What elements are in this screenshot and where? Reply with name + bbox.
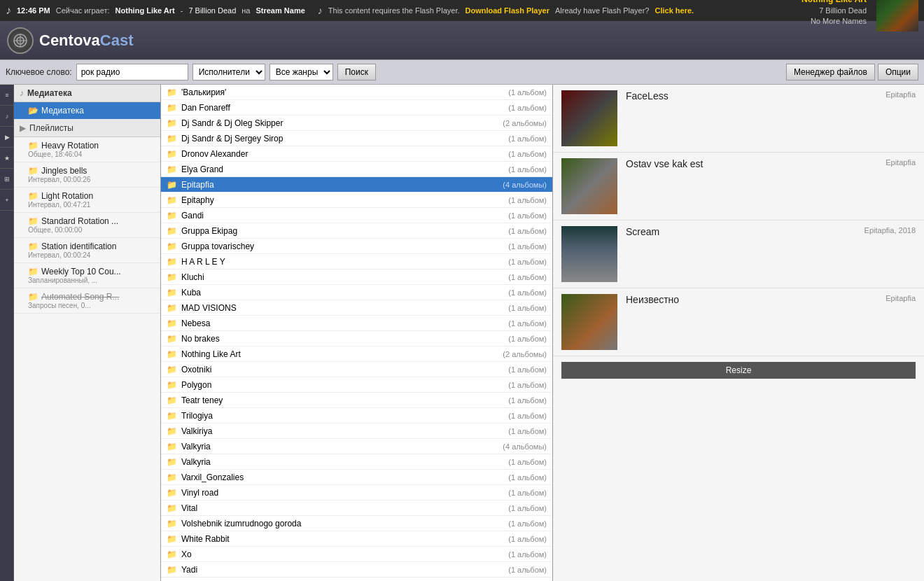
np-album: No More Names xyxy=(802,16,867,27)
download-flash-link[interactable]: Download Flash Player xyxy=(465,6,550,15)
artist-folder-icon: 📁 xyxy=(167,226,177,236)
artist-row-1[interactable]: 📁 Dan Fonareff (1 альбом) xyxy=(161,100,552,115)
artist-row-4[interactable]: 📁 Dronov Alexander (1 альбом) xyxy=(161,146,552,162)
artist-row-8[interactable]: 📁 Gandi (1 альбом) xyxy=(161,208,552,223)
nav-icon-6[interactable]: + xyxy=(0,190,14,211)
artist-row-25[interactable]: 📁 Varxil_Gonzalies (1 альбом) xyxy=(161,470,552,485)
album-entry-3[interactable]: Неизвестно Epitapfia xyxy=(553,288,924,356)
media-library-label: Медиатека xyxy=(27,88,72,98)
folder-icon: 📁 xyxy=(28,241,38,251)
artist-row-16[interactable]: 📁 No brakes (1 альбом) xyxy=(161,331,552,346)
artist-row-22[interactable]: 📁 Valkiriya (1 альбом) xyxy=(161,424,552,439)
playlist-item-0[interactable]: 📁 Heavy Rotation Общее, 18:46:04 xyxy=(14,137,160,162)
already-label: Already have Flash Player? xyxy=(555,6,650,15)
artist-row-21[interactable]: 📁 Trilogiya (1 альбом) xyxy=(161,408,552,424)
genre-select[interactable]: Все жанры xyxy=(270,64,333,80)
artist-row-26[interactable]: 📁 Vinyl road (1 альбом) xyxy=(161,485,552,500)
playlist-item-2[interactable]: 📁 Light Rotation Интервал, 00:47:21 xyxy=(14,188,160,213)
playlists-label: Плейлисты xyxy=(29,123,74,133)
artist-row-17[interactable]: 📁 Nothing Like Art (2 альбомы) xyxy=(161,346,552,362)
artist-row-20[interactable]: 📁 Teatr teney (1 альбом) xyxy=(161,393,552,408)
artist-row-31[interactable]: 📁 Yadi (1 альбом) xyxy=(161,562,552,578)
artist-row-27[interactable]: 📁 Vital (1 альбом) xyxy=(161,500,552,516)
artist-folder-icon: 📁 xyxy=(167,365,177,374)
artist-row-6[interactable]: 📁 Epitapfia (4 альбомы) xyxy=(161,177,552,192)
artist-row-23[interactable]: 📁 Valkyria (4 альбомы) xyxy=(161,439,552,454)
main-container: ≡ ♪ ▶ ★ ⊞ + ♪ Медиатека 📂 Медиатека xyxy=(0,85,924,581)
artist-row-2[interactable]: 📁 Dj Sandr & Dj Oleg Skipper (2 альбомы) xyxy=(161,115,552,131)
nav-icon-1[interactable]: ≡ xyxy=(0,85,14,106)
nav-icon-3[interactable]: ▶ xyxy=(0,127,14,148)
on-label: на xyxy=(241,6,250,15)
resize-button[interactable]: Resize xyxy=(561,362,916,379)
nav-icon-2[interactable]: ♪ xyxy=(0,106,14,127)
artist-row-19[interactable]: 📁 Polygon (1 альбом) xyxy=(161,377,552,393)
playlist-item-4[interactable]: 📁 Station identification Интервал, 00:00… xyxy=(14,238,160,263)
playlist-item-5[interactable]: 📁 Weekly Top 10 Cou... Запланированный, … xyxy=(14,263,160,288)
artist-row-7[interactable]: 📁 Epitaphy (1 альбом) xyxy=(161,192,552,208)
options-button[interactable]: Опции xyxy=(878,64,918,80)
album-entry-1[interactable]: Ostav vse kak est Epitapfia xyxy=(553,153,924,220)
artist-row-5[interactable]: 📁 Elya Grand (1 альбом) xyxy=(161,162,552,177)
logo: CentovaCast xyxy=(7,27,133,54)
artist-row-3[interactable]: 📁 Dj Sandr & Dj Sergey Sirop (1 альбом) xyxy=(161,131,552,146)
album-info-2: Scream Epitapfia, 2018 xyxy=(626,226,916,237)
artist-folder-icon: 📁 xyxy=(167,288,177,298)
side-icons: ≡ ♪ ▶ ★ ⊞ + xyxy=(0,85,14,581)
flash-message: This content requires the Flash Player. xyxy=(328,6,460,15)
current-artist: 7 Billion Dead xyxy=(188,6,236,15)
artist-folder-icon: 📁 xyxy=(167,457,177,467)
artist-row-29[interactable]: 📁 White Rabbit (1 альбом) xyxy=(161,531,552,547)
keyword-label: Ключевое слово: xyxy=(6,67,72,77)
artist-folder-icon: 📁 xyxy=(167,503,177,513)
playlist-item-3[interactable]: 📁 Standard Rotation ... Общее, 00:00:00 xyxy=(14,213,160,238)
artist-folder-icon: 📁 xyxy=(167,272,177,282)
right-panel: FaceLess Epitapfia Ostav vse kak est Epi… xyxy=(553,85,924,581)
artist-folder-icon: 📁 xyxy=(167,134,177,144)
now-playing-right: Nothing Like Art 7 Billion Dead No More … xyxy=(802,0,867,27)
artist-folder-icon: 📁 xyxy=(167,442,177,451)
artist-row-12[interactable]: 📁 Kluchi (1 альбом) xyxy=(161,270,552,285)
file-manager-button[interactable]: Менеджер файлов xyxy=(786,64,875,80)
search-input[interactable] xyxy=(76,64,188,80)
artist-row-14[interactable]: 📁 MAD VISIONS (1 альбом) xyxy=(161,300,552,316)
sidebar-item-media-library[interactable]: 📂 Медиатека xyxy=(14,102,160,120)
album-entry-0[interactable]: FaceLess Epitapfia xyxy=(553,85,924,153)
note-icon: ♪ xyxy=(318,5,323,16)
artist-folder-icon: 📁 xyxy=(167,88,177,97)
artist-row-13[interactable]: 📁 Kuba (1 альбом) xyxy=(161,285,552,300)
media-library-header[interactable]: ♪ Медиатека xyxy=(14,85,160,102)
nav-icon-4[interactable]: ★ xyxy=(0,148,14,169)
artist-row-28[interactable]: 📁 Volshebnik izumrudnogo goroda (1 альбо… xyxy=(161,516,552,531)
click-here-link[interactable]: Click here. xyxy=(654,6,694,15)
separator: - xyxy=(181,6,183,15)
artist-folder-icon: 📁 xyxy=(167,396,177,405)
search-button[interactable]: Поиск xyxy=(337,64,376,80)
artist-row-9[interactable]: 📁 Gruppa Ekipag (1 альбом) xyxy=(161,223,552,239)
artist-folder-icon: 📁 xyxy=(167,534,177,544)
artist-folder-icon: 📁 xyxy=(167,211,177,220)
album-entry-2[interactable]: Scream Epitapfia, 2018 xyxy=(553,220,924,288)
artist-row-10[interactable]: 📁 Gruppa tovarischey (1 альбом) xyxy=(161,239,552,254)
album-info-0: FaceLess Epitapfia xyxy=(626,90,916,102)
artist-row-30[interactable]: 📁 Xo (1 альбом) xyxy=(161,547,552,562)
artist-row-24[interactable]: 📁 Valkyria (1 альбом) xyxy=(161,454,552,470)
center-panel: 📁 'Валькирия' (1 альбом) 📁 Dan Fonareff … xyxy=(161,85,553,581)
artist-row-18[interactable]: 📁 Oxotniki (1 альбом) xyxy=(161,362,552,377)
folder-icon: 📁 xyxy=(28,292,38,302)
artist-row-0[interactable]: 📁 'Валькирия' (1 альбом) xyxy=(161,85,552,100)
header: CentovaCast xyxy=(0,21,924,59)
album-art-thumbnail xyxy=(876,0,918,31)
artist-row-15[interactable]: 📁 Nebesa (1 альбом) xyxy=(161,316,552,331)
performer-select[interactable]: Исполнители xyxy=(192,64,265,80)
media-library-active-label: Медиатека xyxy=(41,106,84,115)
playlist-item-6[interactable]: 📁 Automated Song R... Запросы песен, 0..… xyxy=(14,288,160,314)
playlists-header[interactable]: ▶ Плейлисты xyxy=(14,120,160,137)
nav-icon-5[interactable]: ⊞ xyxy=(0,169,14,190)
artist-row-11[interactable]: 📁 H A R L E Y (1 альбом) xyxy=(161,254,552,270)
artist-folder-icon: 📁 xyxy=(167,380,177,390)
playlist-item-1[interactable]: 📁 Jingles bells Интервал, 00:00:26 xyxy=(14,162,160,188)
left-panel: ≡ ♪ ▶ ★ ⊞ + ♪ Медиатека 📂 Медиатека xyxy=(0,85,161,581)
album-thumbnail-0 xyxy=(561,90,617,146)
tree-panel: ♪ Медиатека 📂 Медиатека ▶ Плейлисты 📁 He… xyxy=(14,85,160,581)
